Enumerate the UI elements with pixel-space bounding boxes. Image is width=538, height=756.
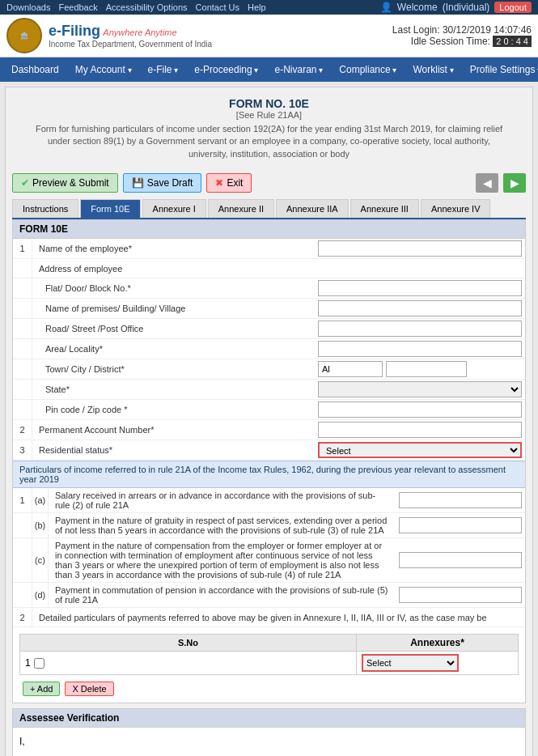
add-row-button[interactable]: + Add	[23, 682, 60, 696]
form-subtitle: [See Rule 21AA]	[12, 110, 526, 120]
name-full-field[interactable]	[19, 750, 133, 756]
tab-annexure-ii[interactable]: Annexure II	[208, 199, 274, 218]
logo-text: e-Filing Anywhere Anytime Income Tax Dep…	[49, 23, 212, 49]
user-type: (Individual)	[443, 2, 490, 13]
residential-status-select[interactable]: Select	[318, 442, 522, 458]
logo-left: 🏛️ e-Filing Anywhere Anytime Income Tax …	[6, 18, 212, 53]
welcome-text: Welcome	[397, 2, 438, 13]
form-tabs: Instructions Form 10E Annexure I Annexur…	[12, 199, 526, 219]
nav-e-file[interactable]: e-File	[140, 57, 187, 82]
check-icon: ✔	[21, 177, 29, 189]
district-field[interactable]	[386, 361, 467, 377]
downloads-link[interactable]: Downloads	[6, 2, 50, 12]
input-pan	[315, 420, 525, 440]
income-c-field[interactable]	[399, 552, 522, 568]
form-section: FORM 10E 1 Name of the employee* Address…	[12, 219, 526, 703]
income-row-c: (c) Payment in the nature of compensatio…	[13, 538, 525, 583]
label-name-employee: Name of the employee*	[32, 241, 315, 256]
form-toolbar: ✔ Preview & Submit 💾 Save Draft ✖ Exit ◀…	[12, 173, 526, 193]
income-input-d	[396, 585, 525, 605]
income-row-num-c	[13, 538, 32, 582]
preview-submit-top-button[interactable]: ✔ Preview & Submit	[12, 173, 118, 193]
form-desc: Form for furnishing particulars of incom…	[28, 123, 510, 160]
pincode-field[interactable]	[318, 401, 522, 418]
nav-profile-settings[interactable]: Profile Settings	[462, 57, 538, 82]
row-checkbox[interactable]	[34, 658, 44, 669]
exit-icon: ✖	[215, 177, 223, 189]
tab-annexure-iii[interactable]: Annexure III	[350, 199, 419, 218]
save-draft-top-button[interactable]: 💾 Save Draft	[123, 173, 202, 193]
label-state: State*	[32, 382, 315, 397]
road-field[interactable]	[318, 321, 522, 337]
prev-arrow-button[interactable]: ◀	[476, 173, 498, 193]
row-pan: 2 Permanent Account Number*	[13, 420, 525, 440]
top-bar: Downloads Feedback Accessibility Options…	[0, 0, 538, 15]
annexure-table-header: S.No Annexures*	[20, 635, 519, 652]
exit-top-button[interactable]: ✖ Exit	[206, 173, 252, 193]
annexure-select[interactable]: Select Annexure I Annexure II Annexure I…	[362, 654, 459, 672]
income-letter-b: (b)	[32, 513, 49, 537]
label-town: Town/ City / District*	[32, 362, 315, 376]
income-row-d: (d) Payment in commutation of pension in…	[13, 583, 525, 608]
name-employee-field[interactable]	[318, 240, 522, 257]
logout-button[interactable]: Logout	[494, 2, 532, 13]
income-d-field[interactable]	[399, 587, 522, 603]
tab-annexure-i[interactable]: Annexure I	[142, 199, 206, 218]
income-letter-c: (c)	[32, 538, 49, 582]
table-row: 1 Select Annexure I Annexure II Annexure…	[20, 652, 519, 675]
row-area: Area/ Locality*	[13, 339, 525, 359]
row-num-flat	[13, 278, 32, 298]
label-premises: Name of premises/ Building/ Village	[32, 301, 315, 316]
premises-field[interactable]	[318, 300, 522, 316]
tab-form10e[interactable]: Form 10E	[80, 199, 140, 218]
nav-dashboard[interactable]: Dashboard	[3, 57, 67, 82]
tab-annexure-iia[interactable]: Annexure IIA	[276, 199, 349, 218]
nav-worklist[interactable]: Worklist	[405, 57, 461, 82]
state-select[interactable]	[318, 381, 522, 397]
row-state: State*	[13, 380, 525, 400]
nav-compliance[interactable]: Compliance	[331, 57, 405, 82]
next-arrow-button[interactable]: ▶	[503, 173, 526, 193]
row-road: Road/ Street /Post Office	[13, 319, 525, 339]
annexure-table: S.No Annexures* 1	[19, 634, 519, 675]
nav-my-account[interactable]: My Account	[67, 57, 140, 82]
govt-emblem: 🏛️	[6, 18, 42, 53]
tab-instructions[interactable]: Instructions	[12, 199, 78, 218]
idle-session: Idle Session Time: 2 0 : 4 4	[392, 36, 532, 47]
timer-display: 2 0 : 4 4	[493, 36, 532, 47]
nav-e-nivaran[interactable]: e-Nivaran	[267, 57, 332, 82]
income-label-b: Payment in the nature of gratuity in res…	[49, 513, 396, 537]
row-num-town	[13, 359, 32, 379]
income-a-field[interactable]	[399, 492, 522, 508]
accessibility-link[interactable]: Accessibility Options	[106, 2, 188, 12]
label-residential-status: Residential status*	[32, 443, 315, 457]
cell-sno-1: 1	[20, 652, 357, 675]
town-field[interactable]	[318, 361, 383, 377]
input-pincode	[315, 400, 525, 419]
feedback-link[interactable]: Feedback	[58, 2, 97, 12]
input-flat	[315, 278, 525, 298]
income-input-c	[396, 550, 525, 570]
form-title: FORM NO. 10E	[12, 97, 526, 110]
label-pincode: Pin code / Zip code *	[32, 402, 315, 417]
label-pan: Permanent Account Number*	[32, 423, 315, 437]
assessee-section: Assessee Verification I, * (Name in full…	[12, 708, 526, 756]
last-login: Last Login: 30/12/2019 14:07:46	[392, 24, 532, 36]
row-town: Town/ City / District*	[13, 359, 525, 380]
income-letter-a: (a)	[32, 488, 49, 512]
income-b-field[interactable]	[399, 517, 522, 533]
delete-row-button[interactable]: X Delete	[65, 682, 113, 696]
label-address: Address of employee	[32, 261, 315, 276]
flat-field[interactable]	[318, 280, 522, 296]
contact-link[interactable]: Contact Us	[196, 2, 239, 12]
label-road: Road/ Street /Post Office	[32, 321, 315, 336]
area-field[interactable]	[318, 341, 522, 357]
save-icon: 💾	[132, 177, 144, 189]
logo-bar: 🏛️ e-Filing Anywhere Anytime Income Tax …	[0, 15, 538, 57]
assessee-line1: I,	[19, 734, 519, 749]
session-info: Last Login: 30/12/2019 14:07:46 Idle Ses…	[392, 24, 532, 47]
help-link[interactable]: Help	[248, 2, 266, 12]
tab-annexure-iv[interactable]: Annexure IV	[421, 199, 491, 218]
pan-field[interactable]	[318, 422, 522, 438]
nav-e-proceeding[interactable]: e-Proceeding	[186, 57, 266, 82]
